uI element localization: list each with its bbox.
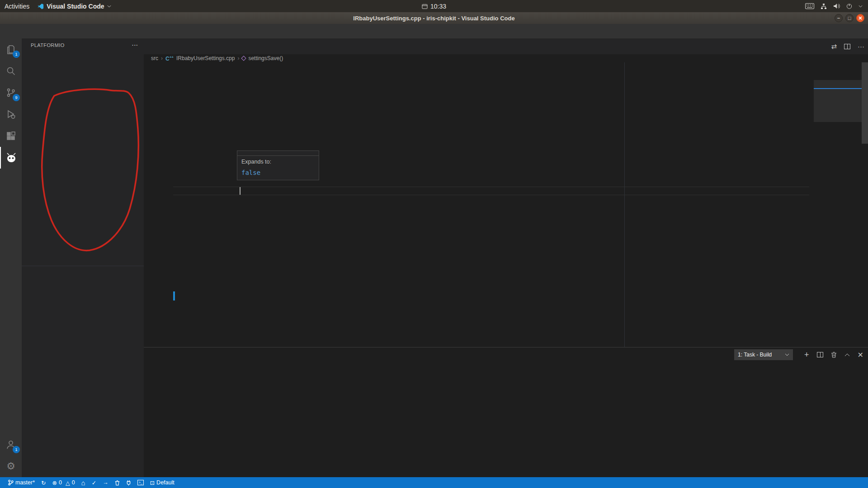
modified-line-marker <box>173 291 175 300</box>
network-icon[interactable] <box>821 3 827 9</box>
cpp-file-icon: C++ <box>165 55 174 62</box>
calendar-icon <box>422 4 428 9</box>
project-env-icon: ⊡ <box>150 479 155 486</box>
ubuntu-top-bar: Activities Visual Studio Code 10:33 <box>0 0 868 12</box>
pio-clean-button[interactable] <box>112 477 123 488</box>
close-button[interactable]: ✕ <box>856 14 864 22</box>
open-changes-icon[interactable]: ⇄ <box>831 42 837 51</box>
activities-button[interactable]: Activities <box>5 3 29 10</box>
platformio-icon[interactable] <box>0 147 22 169</box>
pio-home-button[interactable]: ⌂ <box>78 477 89 488</box>
app-menu[interactable]: Visual Studio Code <box>38 3 111 10</box>
bottom-panel: 1: Task - Build + ✕ <box>144 347 868 477</box>
kill-terminal-icon[interactable] <box>831 352 837 358</box>
split-editor-icon[interactable] <box>844 44 850 49</box>
source-control-icon[interactable]: 9 <box>0 82 22 103</box>
accounts-badge: 1 <box>13 446 20 453</box>
tooltip-expands-label: Expands to: <box>241 159 315 165</box>
pio-serial-monitor-button[interactable] <box>123 477 134 488</box>
sync-icon[interactable]: ↻ <box>38 477 49 488</box>
volume-icon[interactable] <box>833 3 840 9</box>
minimize-button[interactable]: − <box>835 14 843 22</box>
sidebar: PLATFORMIO ··· <box>22 38 144 477</box>
editor-more-actions-icon[interactable]: ··· <box>858 42 864 50</box>
vscode-logo-icon <box>38 3 44 9</box>
activity-bar: 1 9 1 ⚙ <box>0 38 22 477</box>
pio-env-selector[interactable]: ⊡ Default <box>147 477 178 488</box>
breadcrumb: src › C++ IRbabyUserSettings.cpp › setti… <box>144 54 868 62</box>
search-icon[interactable] <box>0 60 22 82</box>
tooltip-expansion: false <box>241 169 315 176</box>
new-terminal-icon[interactable]: + <box>804 350 809 360</box>
close-panel-icon[interactable]: ✕ <box>858 351 863 359</box>
terminal-output[interactable] <box>144 362 868 477</box>
breadcrumb-file[interactable]: IRbabyUserSettings.cpp <box>176 55 235 61</box>
pio-terminal-button[interactable]: >_ <box>134 477 147 488</box>
editor-scrollbar[interactable] <box>862 62 868 144</box>
pio-upload-button[interactable]: → <box>99 477 112 488</box>
clock[interactable]: 10:33 <box>422 3 446 10</box>
pio-build-button[interactable]: ✓ <box>89 477 99 488</box>
breadcrumb-separator: › <box>237 55 239 61</box>
trash-icon <box>115 480 120 486</box>
chevron-down-icon[interactable] <box>859 5 863 8</box>
method-symbol-icon <box>241 56 246 61</box>
problems-indicator[interactable]: ⊗ 0 △ 0 <box>49 477 78 488</box>
source-control-badge: 9 <box>13 94 20 101</box>
window-title-bar: IRbabyUserSettings.cpp - iris-chipkit - … <box>0 12 868 24</box>
text-cursor <box>240 187 241 195</box>
branch-icon <box>8 479 14 486</box>
explorer-icon[interactable]: 1 <box>0 38 22 60</box>
power-icon[interactable] <box>846 3 852 9</box>
settings-gear-icon[interactable]: ⚙ <box>0 455 22 477</box>
hover-tooltip: Expands to: false <box>237 150 319 180</box>
split-terminal-icon[interactable] <box>817 352 823 357</box>
status-bar: master* ↻ ⊗ 0 △ 0 ⌂ ✓ → >_ ⊡ Default <box>0 477 868 488</box>
error-icon: ⊗ <box>52 479 57 486</box>
tab-bar <box>144 38 868 54</box>
code-editor[interactable]: Expands to: false <box>144 62 868 347</box>
breadcrumb-separator: › <box>161 55 163 61</box>
explorer-badge: 1 <box>13 51 20 58</box>
extensions-icon[interactable] <box>0 125 22 147</box>
minimap-slider[interactable] <box>814 80 862 122</box>
editor-group: ⇄ ··· src › C++ IRbabyUserSettings.cpp ›… <box>144 38 868 477</box>
maximize-panel-icon[interactable] <box>844 353 850 357</box>
warning-icon: △ <box>66 479 70 486</box>
keyboard-icon[interactable] <box>805 3 814 9</box>
breadcrumb-symbol[interactable]: settingsSave() <box>248 55 283 61</box>
window-title: IRbabyUserSettings.cpp - iris-chipkit - … <box>353 15 514 22</box>
quick-access-section <box>22 266 144 266</box>
maximize-button[interactable]: □ <box>845 14 854 22</box>
minimap-current-line <box>814 88 862 89</box>
chevron-down-icon <box>785 353 789 356</box>
plug-icon <box>126 480 131 486</box>
sidebar-title: PLATFORMIO <box>31 42 65 48</box>
accounts-icon[interactable]: 1 <box>0 434 22 455</box>
sidebar-title-row: PLATFORMIO ··· <box>22 38 144 52</box>
editor-ruler <box>624 62 625 347</box>
current-line-highlight <box>173 187 809 195</box>
more-actions-icon[interactable]: ··· <box>132 42 138 48</box>
menu-bar <box>0 24 868 38</box>
breadcrumb-folder[interactable]: src <box>151 55 158 61</box>
tooltip-define-line <box>237 151 319 156</box>
terminal-select[interactable]: 1: Task - Build <box>734 349 793 360</box>
run-debug-icon[interactable] <box>0 103 22 125</box>
chevron-down-icon <box>107 5 111 8</box>
git-branch-indicator[interactable]: master* <box>5 477 38 488</box>
